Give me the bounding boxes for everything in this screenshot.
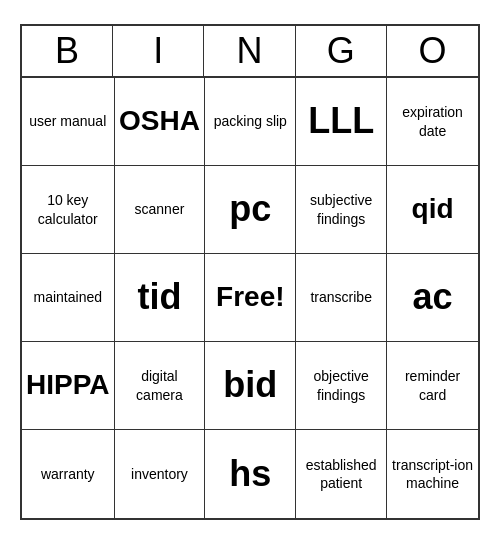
bingo-cell: objective findings — [296, 342, 387, 430]
bingo-cell: qid — [387, 166, 478, 254]
bingo-cell: tid — [115, 254, 206, 342]
bingo-cell: OSHA — [115, 78, 206, 166]
bingo-cell: inventory — [115, 430, 206, 518]
bingo-cell: transcript-ion machine — [387, 430, 478, 518]
bingo-cell: maintained — [22, 254, 115, 342]
header-letter: G — [296, 26, 387, 76]
header-letter: I — [113, 26, 204, 76]
bingo-cell: reminder card — [387, 342, 478, 430]
bingo-cell: digital camera — [115, 342, 206, 430]
bingo-cell: ac — [387, 254, 478, 342]
bingo-cell: bid — [205, 342, 296, 430]
bingo-cell: LLL — [296, 78, 387, 166]
bingo-grid: user manualOSHApacking slipLLLexpiration… — [22, 78, 478, 518]
header-letter: B — [22, 26, 113, 76]
bingo-cell: transcribe — [296, 254, 387, 342]
header-letter: O — [387, 26, 478, 76]
bingo-cell: user manual — [22, 78, 115, 166]
bingo-cell: packing slip — [205, 78, 296, 166]
bingo-cell: pc — [205, 166, 296, 254]
bingo-cell: 10 key calculator — [22, 166, 115, 254]
bingo-card: BINGO user manualOSHApacking slipLLLexpi… — [20, 24, 480, 520]
bingo-cell: scanner — [115, 166, 206, 254]
bingo-cell: HIPPA — [22, 342, 115, 430]
bingo-cell: established patient — [296, 430, 387, 518]
header-letter: N — [204, 26, 295, 76]
bingo-cell: Free! — [205, 254, 296, 342]
bingo-header: BINGO — [22, 26, 478, 78]
bingo-cell: subjective findings — [296, 166, 387, 254]
bingo-cell: warranty — [22, 430, 115, 518]
bingo-cell: expiration date — [387, 78, 478, 166]
bingo-cell: hs — [205, 430, 296, 518]
